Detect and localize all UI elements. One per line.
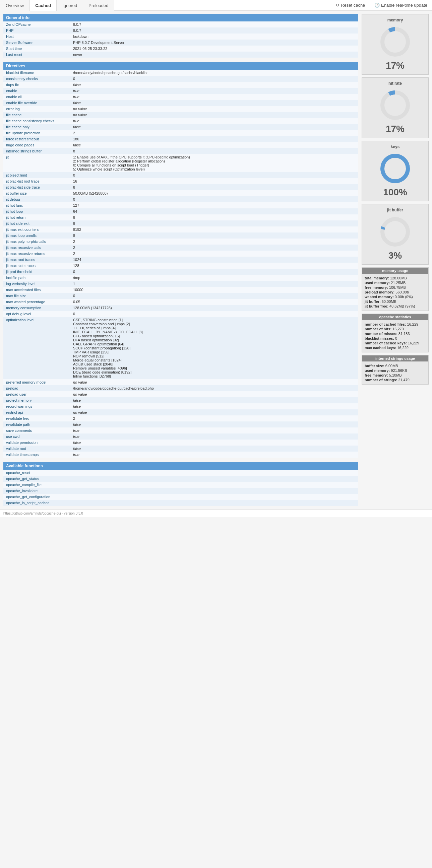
directive-link[interactable]: file cache only [6, 125, 30, 129]
directive-link[interactable]: jit [6, 155, 9, 159]
table-row: file update protection 2 [3, 130, 358, 136]
directive-link[interactable]: jit max recursive calls [6, 246, 41, 250]
row-value: /home/andy/code/opcache-gui/cache/blackl… [70, 70, 358, 76]
table-row: Zend OPcache 8.0.7 [3, 22, 358, 28]
row-value: 1: Enable use of AVX, if the CPU support… [70, 154, 358, 172]
reset-cache-button[interactable]: ↺ Reset cache [331, 0, 370, 10]
directive-link[interactable]: jit hot side exit [6, 221, 30, 225]
table-row: Host lockdown [3, 33, 358, 39]
directive-link[interactable]: jit blacklist root trace [6, 179, 39, 183]
directive-link[interactable]: restrict api [6, 410, 23, 414]
directive-link[interactable]: jit blacklist side trace [6, 185, 40, 189]
stat-used-memory: used memory: 21.25MB [365, 280, 426, 285]
table-row: jit max polymorphic calls 2 [3, 239, 358, 245]
directive-link[interactable]: max file size [6, 294, 27, 298]
directive-link[interactable]: huge code pages [6, 143, 34, 147]
function-link[interactable]: opcache_get_configuration [6, 495, 50, 499]
directive-link[interactable]: jit max recursive returns [6, 252, 45, 256]
keys-title: keys [365, 145, 425, 149]
table-row: huge code pages false [3, 142, 358, 148]
directive-link[interactable]: jit max root traces [6, 258, 35, 261]
directive-link[interactable]: jit bisect limit [6, 173, 27, 177]
directive-link[interactable]: force restart timeout [6, 137, 39, 141]
directive-link[interactable]: use cwd [6, 434, 20, 438]
directive-link[interactable]: jit max loop unrolls [6, 234, 36, 238]
function-link[interactable]: opcache_compile_file [6, 483, 41, 487]
directive-link[interactable]: error log [6, 107, 20, 111]
directive-link[interactable]: jit hot loop [6, 209, 23, 213]
table-row: jit bisect limit 0 [3, 172, 358, 178]
function-link[interactable]: opcache_is_script_cached [6, 501, 50, 505]
tab-overview[interactable]: Overview [0, 0, 30, 11]
stat-cached-keys: number of cached keys: 16,229 [365, 341, 426, 345]
directive-link[interactable]: dups fix [6, 83, 19, 87]
tab-ignored[interactable]: Ignored [57, 0, 83, 11]
table-row: jit hot return 8 [3, 214, 358, 220]
directive-link[interactable]: preload user [6, 392, 27, 396]
function-link[interactable]: opcache_reset [6, 471, 30, 475]
row-value: 64 [70, 208, 358, 214]
tab-actions: ↺ Reset cache 🕐 Enable real-time update [331, 0, 432, 10]
directive-link[interactable]: jit max polymorphic calls [6, 240, 46, 244]
row-value: 8 [70, 214, 358, 220]
directive-link[interactable]: validate permission [6, 440, 37, 444]
stat-num-strings: number of strings: 21,479 [365, 377, 426, 382]
directive-link[interactable]: enable cli [6, 95, 22, 99]
directive-link[interactable]: blacklist filename [6, 71, 34, 75]
directive-link[interactable]: interned strings buffer [6, 149, 41, 153]
directive-link[interactable]: preferred memory model [6, 380, 46, 384]
tab-cached[interactable]: Cached [30, 0, 57, 11]
hit-rate-card: hit rate 17% [362, 78, 429, 138]
directive-link[interactable]: log verbosity level [6, 282, 35, 286]
directive-link[interactable]: enable [6, 89, 17, 93]
directive-link[interactable]: revalidate path [6, 423, 30, 427]
directive-link[interactable]: consistency checks [6, 77, 38, 81]
footer-link[interactable]: https://github.com/amnuts/opcache-gui - … [3, 512, 83, 515]
opcache-statistics-card: opcache statistics number of cached file… [362, 314, 429, 352]
table-row: save comments true [3, 428, 358, 434]
row-value: 0 [70, 76, 358, 82]
directive-link[interactable]: protect memory [6, 398, 31, 402]
directive-link[interactable]: jit hot func [6, 203, 23, 207]
directive-link[interactable]: max wasted percentage [6, 300, 45, 304]
directive-link[interactable]: validate root [6, 446, 26, 451]
directive-link[interactable]: optimization level [6, 318, 34, 322]
directive-link[interactable]: memory consumption [6, 306, 41, 310]
stat-buffer-size: buffer size: 6.00MB [365, 364, 426, 368]
row-value: /tmp [70, 275, 358, 281]
directive-link[interactable]: enable file override [6, 101, 37, 105]
table-row: revalidate freq 2 [3, 415, 358, 422]
table-row: jit max root traces 1024 [3, 257, 358, 262]
row-value: no value [70, 391, 358, 397]
directive-link[interactable]: opt debug level [6, 312, 31, 316]
directive-link[interactable]: save comments [6, 429, 32, 433]
directive-link[interactable]: jit hot return [6, 215, 26, 219]
function-link[interactable]: opcache_invalidate [6, 489, 37, 493]
table-row: jit debug 0 [3, 196, 358, 203]
directive-link[interactable]: revalidate freq [6, 416, 30, 421]
directive-link[interactable]: file update protection [6, 131, 40, 135]
directive-link[interactable]: jit buffer size [6, 191, 27, 195]
row-value: false [70, 100, 358, 106]
table-row: jit buffer size 50.00MB (52428800) [3, 190, 358, 196]
directive-link[interactable]: preload [6, 386, 19, 390]
directive-link[interactable]: jit max exit counters [6, 227, 38, 231]
directive-link[interactable]: record warnings [6, 404, 32, 408]
row-key: Host [3, 33, 70, 39]
directive-link[interactable]: validate timestamps [6, 453, 38, 457]
general-info-table: Zend OPcache 8.0.7 PHP 8.0.7 Host lockdo… [3, 22, 358, 58]
directive-link[interactable]: file cache consistency checks [6, 119, 54, 123]
directive-link[interactable]: jit max side traces [6, 264, 35, 268]
table-row: jit max exit counters 8192 [3, 226, 358, 232]
directive-link[interactable]: file cache [6, 113, 22, 117]
directive-link[interactable]: max accelerated files [6, 288, 40, 292]
function-link[interactable]: opcache_get_status [6, 477, 39, 481]
tab-preloaded[interactable]: Preloaded [83, 0, 114, 11]
table-row: file cache consistency checks true [3, 118, 358, 124]
table-row: restrict api no value [3, 409, 358, 415]
directive-link[interactable]: jit debug [6, 197, 20, 202]
directive-link[interactable]: jit prof threshold [6, 270, 32, 274]
directive-link[interactable]: lockfile path [6, 276, 26, 280]
enable-realtime-button[interactable]: 🕐 Enable real-time update [370, 0, 432, 10]
row-key: Last reset [3, 52, 70, 58]
